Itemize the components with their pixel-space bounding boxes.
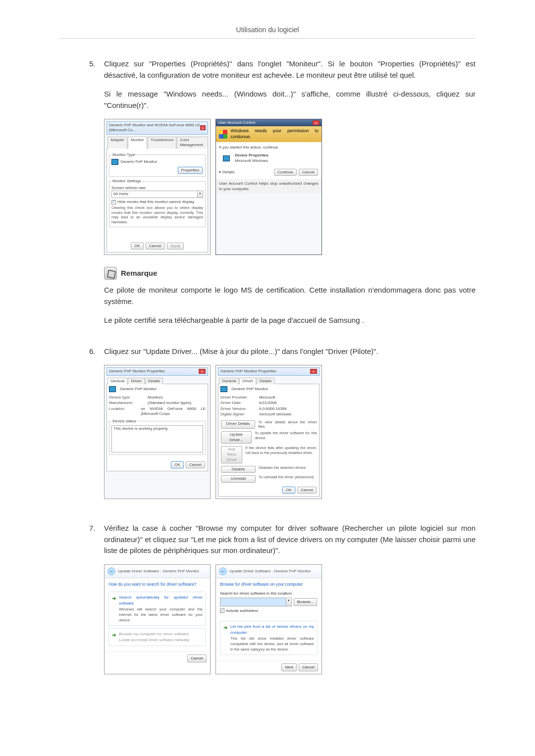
chevron-down-icon: ▾ (219, 170, 221, 175)
checkbox-icon (220, 608, 224, 613)
driver-details-desc: To view details about the driver files. (258, 420, 317, 430)
header-title: Utilisation du logiciel (236, 26, 299, 34)
uninstall-desc: To uninstall the driver (Advanced). (259, 475, 315, 483)
tab-details[interactable]: Details (145, 378, 163, 384)
refresh-rate-select[interactable]: 60 Hertz ▾ (111, 191, 203, 198)
tab-troubleshoot[interactable]: Troubleshoot (148, 137, 176, 149)
tab-adapter[interactable]: Adapter (107, 137, 127, 149)
cancel-button[interactable]: Cancel (146, 243, 165, 250)
uac-instruction: If you started this action, continue. (219, 145, 319, 150)
monitor-type-legend: Monitor Type (111, 152, 136, 157)
ok-button[interactable]: OK (131, 243, 144, 250)
tab-monitor[interactable]: Monitor (128, 137, 147, 149)
cancel-button[interactable]: Cancel (186, 461, 205, 468)
remark-text-1: Ce pilote de moniteur comporte le logo M… (104, 285, 476, 307)
close-icon[interactable]: × (310, 369, 317, 374)
signer-value: microsoft windows (259, 412, 291, 417)
date-value: 6/21/2006 (259, 401, 277, 405)
option-search-auto[interactable]: ➔ Search automatically for updated drive… (108, 592, 206, 626)
provider-label: Driver Provider: (220, 395, 255, 400)
apply-button[interactable]: Apply (167, 243, 184, 250)
uninstall-button[interactable]: Uninstall (221, 475, 256, 482)
program-icon (223, 155, 230, 161)
manufacturer-label: Manufacturer: (109, 401, 144, 405)
back-icon[interactable]: ← (219, 567, 227, 575)
window-titlebar: Generic PnP Monitor Properties × (218, 367, 320, 375)
content: 5. Cliquez sur "Properties (Propriétés)"… (59, 58, 476, 686)
tab-driver[interactable]: Driver (128, 378, 144, 384)
window-title: Generic PnP Monitor Properties (220, 369, 276, 374)
tab-details[interactable]: Details (257, 378, 274, 384)
device-name: Generic PnP Monitor (231, 387, 268, 392)
disable-button[interactable]: Disable (221, 466, 256, 473)
option-title: Let me pick from a list of device driver… (230, 624, 314, 636)
step-5-text-2: Si le message "Windows needs... (Windows… (104, 89, 476, 111)
signer-label: Digital Signer: (220, 412, 255, 417)
continue-button[interactable]: Continue (274, 169, 297, 176)
step-6-text: Cliquez sur "Update Driver... (Mise à jo… (104, 346, 476, 357)
cancel-button[interactable]: Cancel (299, 169, 318, 176)
window-title: Generic PnP Monitor Properties (109, 369, 165, 374)
location-select[interactable]: ▾ (220, 598, 292, 606)
uac-dialog: User Account Control × Windows needs you… (215, 119, 322, 255)
location-input (220, 598, 286, 606)
uac-message: Windows needs your permission to contion… (230, 128, 319, 140)
location-label: Location: (109, 406, 137, 417)
option-desc: Windows will search your computer and th… (119, 606, 203, 623)
device-props-driver-dialog: Generic PnP Monitor Properties × General… (215, 365, 322, 499)
arrow-icon: ➔ (223, 624, 227, 631)
search-location-label: Search for driver software in this locat… (220, 591, 318, 597)
chevron-down-icon: ▾ (286, 598, 292, 606)
uac-footer: User Account Control helps stop unauthor… (216, 179, 321, 194)
details-toggle[interactable]: Details (222, 170, 234, 175)
close-icon[interactable]: × (199, 369, 206, 374)
step-6-number: 6. (89, 346, 104, 511)
program-name: Device Properties (235, 153, 268, 158)
cancel-button[interactable]: Cancel (299, 663, 318, 671)
tab-general[interactable]: General (107, 378, 127, 384)
hide-modes-checkbox[interactable]: Hide modes that this monitor cannot disp… (111, 200, 203, 204)
hide-modes-desc: Clearing this check box allows you to se… (111, 205, 203, 225)
monitor-settings-group: Monitor Settings Screen refresh rate: 60… (109, 179, 206, 227)
update-driver-button[interactable]: Update Driver... (221, 431, 252, 444)
option-pick-from-list[interactable]: ➔ Let me pick from a list of device driv… (220, 621, 318, 655)
shield-icon (219, 130, 227, 139)
browse-button[interactable]: Browse... (294, 598, 317, 606)
breadcrumb: ← Update Driver Software - Generic PnP M… (219, 567, 319, 575)
properties-button[interactable]: Properties (178, 167, 203, 174)
step-5: 5. Cliquez sur "Properties (Propriétés)"… (89, 58, 476, 334)
wizard-heading: Browse for driver software on your compu… (220, 581, 318, 588)
cancel-button[interactable]: Cancel (297, 487, 317, 494)
close-icon[interactable]: × (200, 125, 206, 130)
monitor-settings-legend: Monitor Settings (111, 179, 142, 184)
tab-colormgmt[interactable]: Color Management (177, 137, 208, 149)
window-titlebar: User Account Control × (216, 119, 321, 126)
ok-button[interactable]: OK (282, 487, 295, 494)
cancel-button[interactable]: Cancel (187, 655, 207, 662)
ok-button[interactable]: OK (171, 461, 184, 468)
next-button[interactable]: Next (281, 663, 296, 671)
remark-label: Remarque (121, 268, 157, 279)
include-subfolders-label: Include subfolders (226, 608, 258, 614)
back-icon[interactable]: ← (107, 567, 115, 575)
breadcrumb-text: Update Driver Software - Generic PnP Mon… (118, 568, 199, 574)
close-icon[interactable]: × (313, 120, 320, 125)
update-driver-search-dialog: ← Update Driver Software - Generic PnP M… (104, 564, 211, 675)
refresh-rate-value: 60 Hertz (111, 191, 198, 198)
device-status-text: This device is working properly. (111, 425, 203, 453)
include-subfolders-checkbox[interactable]: Include subfolders (220, 608, 318, 614)
version-label: Driver Version: (220, 406, 255, 411)
driver-details-button[interactable]: Driver Details (221, 420, 255, 429)
tab-general[interactable]: General (219, 378, 239, 384)
breadcrumb-text: Update Driver Software - Generic PnP Mon… (229, 568, 311, 574)
option-browse-computer[interactable]: ➔ Browse my computer for driver software… (108, 628, 206, 646)
checkbox-icon (111, 200, 116, 204)
update-driver-browse-dialog: ← Update Driver Software - Generic PnP M… (215, 564, 322, 675)
remark-text-2: Le pilote certifié sera téléchargeable à… (104, 315, 476, 326)
note-icon (104, 267, 117, 280)
tab-driver[interactable]: Driver (239, 378, 256, 384)
rollback-driver-desc: If the device fails after updating the d… (245, 446, 317, 464)
version-value: 6.0.6000.16386 (259, 406, 287, 411)
window-titlebar: Generic PnP Monitor and NVIDIA GeForce 6… (107, 121, 208, 135)
rollback-driver-button[interactable]: Roll Back Driver (221, 446, 242, 463)
